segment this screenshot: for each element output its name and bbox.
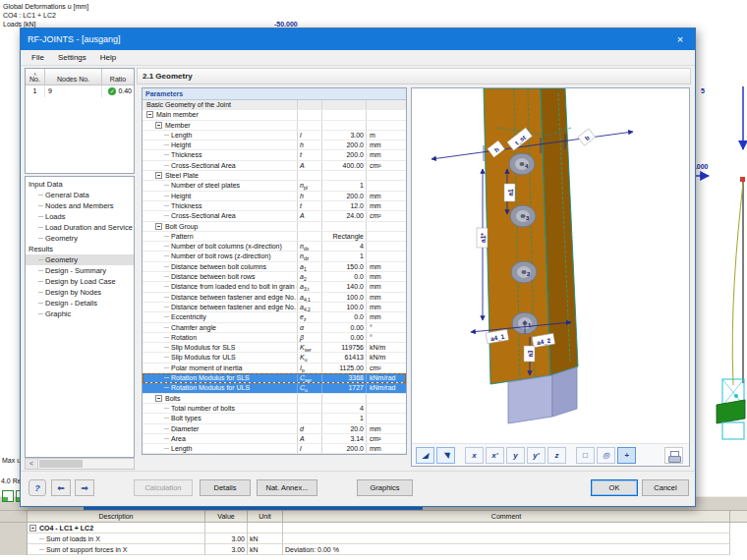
zoom-button[interactable]: ◎ (597, 447, 615, 464)
tree-item-design-details[interactable]: Design - Details (26, 298, 134, 308)
previous-window-button[interactable]: ⇐ (51, 479, 71, 496)
parameter-row[interactable]: Eccentricityez0.0mm (143, 312, 406, 322)
parameter-row[interactable]: Steel Plate (143, 171, 406, 181)
view-in-y-button[interactable]: y (506, 447, 525, 464)
ok-button[interactable]: OK (591, 479, 638, 496)
menu-item-help[interactable]: Help (93, 50, 123, 65)
tree-item-load-duration-and-service-clas[interactable]: Load Duration and Service Clas (26, 222, 134, 233)
parameter-row[interactable]: PatternRectangle (143, 232, 406, 242)
cancel-button[interactable]: Cancel (642, 479, 689, 496)
zoom-window-button[interactable]: □ (576, 447, 595, 464)
parameter-row[interactable]: Chamfer angleα0.00° (143, 323, 406, 333)
parameter-row[interactable]: Heighth200.0mm (143, 140, 406, 150)
view-against-x-button[interactable]: x' (486, 447, 504, 464)
section-title: 2.1 Geometry (137, 68, 691, 84)
details-button[interactable]: Details (200, 479, 251, 496)
parameter-row[interactable]: Total number of bolts4 (143, 404, 406, 414)
tree-item-general-data[interactable]: General Data (26, 190, 134, 200)
national-annex-button[interactable]: Nat. Annex... (257, 479, 317, 496)
collapse-icon[interactable] (29, 525, 36, 532)
tree-item-design-by-load-case[interactable]: Design by Load Case (26, 276, 134, 287)
row-selector[interactable] (0, 544, 28, 555)
scroll-left-button[interactable]: < (26, 459, 38, 469)
nodes-col-header-nodes-no[interactable]: Nodes No. (45, 69, 102, 84)
print-button[interactable] (664, 447, 683, 464)
collapse-icon[interactable] (155, 223, 162, 230)
tree-item-results[interactable]: Results (26, 244, 134, 254)
parameter-row[interactable]: Thicknesst12.0mm (143, 201, 406, 211)
parameter-row[interactable]: Distance between bolt columnsa1150.0mm (143, 262, 406, 272)
parameter-row[interactable]: Distance between bolt rowsa20.0mm (143, 272, 406, 282)
isometric-view-button[interactable]: ◢ (416, 447, 434, 464)
parameter-row[interactable]: Number of bolt rows (z-direction)ndz1 (143, 252, 406, 261)
move-view-button[interactable]: + (617, 447, 636, 464)
parameter-row[interactable]: Cross-Sectional AreaA400.00cm² (143, 161, 406, 171)
parameter-row[interactable]: Lengthl3.00m (143, 131, 406, 140)
parameter-row[interactable]: Rotation Modulus for SLSCser3368kNm/rad (143, 373, 406, 383)
tree-item-geometry[interactable]: Geometry (26, 254, 134, 265)
balance-col-header-description[interactable]: Description (28, 511, 205, 522)
help-button[interactable]: ? (29, 479, 46, 496)
parameter-row[interactable]: Distance between fastener and edge No. 1… (143, 293, 406, 303)
view-in-z-button[interactable]: z (547, 447, 566, 464)
parameter-row[interactable]: AreaA3.14cm² (143, 434, 406, 444)
nodes-col-header-no[interactable]: ∧No. (26, 69, 45, 84)
nodes-col-header-ratio[interactable]: Ratio (102, 69, 134, 84)
parameter-row[interactable]: Number of bolt columns (x-direction)ndx4 (143, 242, 406, 252)
parameter-row[interactable]: Diameterd20.0mm (143, 424, 406, 434)
isometric-view-2-button[interactable]: ◥ (436, 447, 455, 464)
parameter-row[interactable]: Slip Modulus for ULSKu61413kN/m (143, 353, 406, 363)
balance-col-header-unit[interactable]: Unit (248, 511, 283, 522)
menu-item-file[interactable]: File (25, 50, 51, 65)
parameter-row[interactable]: Bolt types1 (143, 414, 406, 423)
parameter-row[interactable]: Rotation Modulus for ULSCu1727kNm/rad (143, 383, 406, 393)
nodes-table-row[interactable]: 19✓0.40 (26, 85, 134, 97)
tree-item-geometry[interactable]: Geometry (26, 233, 134, 244)
menu-item-settings[interactable]: Settings (51, 50, 93, 65)
scroll-thumb[interactable] (39, 460, 83, 468)
parameter-row[interactable]: Main member (143, 110, 406, 120)
row-selector[interactable] (0, 533, 28, 544)
parameter-row[interactable]: Basic Geometry of the Joint (143, 100, 406, 110)
parameter-row[interactable]: Distance from loaded end to bolt in grai… (143, 282, 406, 292)
tree-item-input-data[interactable]: Input Data (26, 179, 134, 190)
parameter-row[interactable]: Rotationβ0.00° (143, 333, 406, 343)
parameter-row[interactable]: Cross-Sectional AreaA24.00cm² (143, 211, 406, 221)
parameter-row[interactable]: Distance between fastener and edge No. 2… (143, 303, 406, 312)
balance-col-header-comment[interactable]: Comment (283, 511, 730, 522)
parameter-row[interactable]: Heighth200.0mm (143, 192, 406, 201)
result-table-icon[interactable] (2, 490, 14, 502)
parameter-row[interactable]: Bolt Group (143, 222, 406, 232)
parameter-row[interactable]: Lengthl200.0mm (143, 444, 406, 454)
calculation-button[interactable]: Calculation (134, 479, 193, 496)
row-selector[interactable] (0, 523, 28, 533)
parameter-row[interactable]: Bolts (143, 394, 406, 404)
next-window-button[interactable]: ⇒ (75, 479, 94, 496)
view-in-x-button[interactable]: x (465, 447, 484, 464)
collapse-icon[interactable] (146, 111, 153, 118)
tree-item-nodes-and-members[interactable]: Nodes and Members (26, 200, 134, 211)
balance-row[interactable]: Sum of support forces in X3.00kNDeviatio… (0, 544, 747, 555)
balance-row[interactable]: Sum of loads in X3.00kN (0, 533, 747, 544)
graphics-button[interactable]: Graphics (357, 479, 413, 496)
tree-item-loads[interactable]: Loads (26, 211, 134, 222)
parameter-row[interactable]: Thicknesst200.0mm (143, 150, 406, 160)
collapse-icon[interactable] (155, 395, 162, 402)
tree-item-design-by-nodes[interactable]: Design by Nodes (26, 287, 134, 298)
bolt-4: 4 (509, 153, 535, 175)
horizontal-scrollbar[interactable]: < (25, 458, 135, 470)
collapse-icon[interactable] (155, 122, 162, 129)
close-button[interactable]: × (665, 28, 695, 50)
title-bar[interactable]: RF-JOINTS - [ausgang] × (21, 28, 695, 50)
collapse-icon[interactable] (155, 172, 162, 179)
parameter-row[interactable]: Slip Modulus for SLSKser119756kN/m (143, 343, 406, 353)
view-against-y-button[interactable]: y' (527, 447, 546, 464)
balance-group-row[interactable]: CO4 - LC1 + LC2 (0, 523, 747, 533)
tree-item-design-summary[interactable]: Design - Summary (26, 265, 134, 276)
parameter-row[interactable]: Polar moment of inertiaIp1125.00cm² (143, 364, 406, 373)
balance-col-header-value[interactable]: Value (205, 511, 248, 522)
joint-3d-view[interactable]: 4 3 2 (412, 88, 689, 443)
parameter-row[interactable]: Member (143, 121, 406, 131)
tree-item-graphic[interactable]: Graphic (26, 308, 134, 319)
parameter-row[interactable]: Number of steel platesnpl1 (143, 181, 406, 191)
